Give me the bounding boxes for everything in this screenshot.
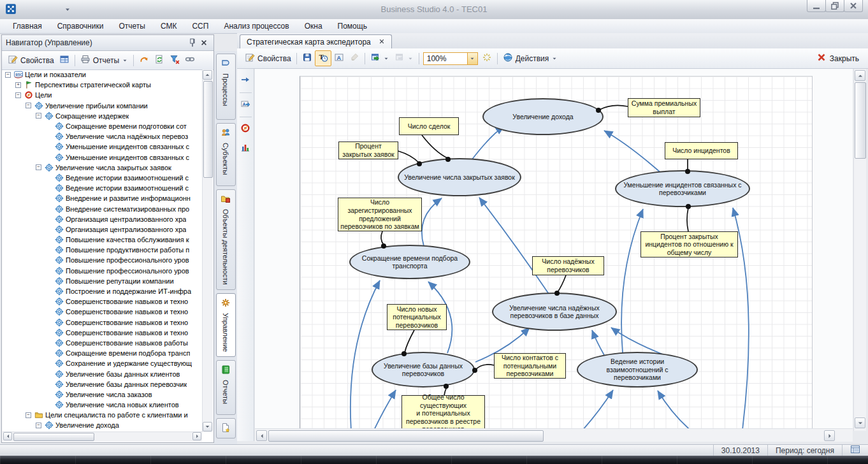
tree-expander[interactable]: − (36, 113, 41, 119)
tree-item[interactable]: +Перспективы стратегической карты (3, 80, 202, 90)
tree-item[interactable]: −BSCЦели и показатели (3, 69, 202, 80)
new-diagram-tab[interactable] (216, 418, 236, 439)
menu-item-1[interactable]: Главная (5, 20, 50, 33)
windows-taskbar[interactable] (0, 456, 868, 464)
goal-node[interactable]: Сокращение времени подбора транспорта (349, 245, 470, 279)
minimize-button[interactable] (807, 0, 826, 12)
export-button[interactable] (368, 51, 392, 66)
save-button[interactable] (300, 51, 315, 66)
sidebar-tab-subjects[interactable]: Субъекты (216, 123, 236, 186)
tab-close-icon[interactable] (379, 38, 385, 47)
indicator-node[interactable]: Число инцидентов (665, 142, 738, 159)
scroll-right-button[interactable] (824, 430, 835, 441)
tree-item[interactable]: Повышение профессионального уров (3, 266, 202, 276)
indicator-node[interactable]: Число новых потенциальных перевозчиков (387, 304, 447, 330)
tree-item[interactable]: Организация централизованного хра (3, 214, 202, 224)
menu-item-3[interactable]: Отчеты (111, 20, 152, 33)
tree-item[interactable]: Ведение истории взаимоотношений с (3, 183, 202, 193)
go-to-button[interactable] (136, 53, 152, 68)
tree-item[interactable]: Сокращение времени подготовки сот (3, 121, 202, 131)
window-view-button[interactable] (57, 53, 72, 68)
image-tool-button[interactable]: A (238, 98, 253, 112)
tree-item[interactable]: Совершенствование навыков и техно (3, 328, 202, 338)
tree-item[interactable]: Увеличение базы данных клиентов (3, 368, 202, 379)
tree-item[interactable]: Увеличение числа заказов (3, 389, 202, 400)
reports-button[interactable]: Отчеты (78, 53, 131, 68)
tab-strategic-map[interactable]: Стратегическая карта экспедитора (240, 34, 392, 48)
tree-expander[interactable]: − (25, 412, 31, 418)
arrow-tool-button[interactable] (238, 73, 253, 88)
text-block-button[interactable]: A (331, 51, 347, 66)
scroll-thumb[interactable] (268, 430, 544, 442)
scroll-up-button[interactable] (203, 70, 212, 80)
scroll-thumb[interactable] (13, 433, 94, 441)
tree-item[interactable]: Совершенствование навыков и техно (3, 317, 202, 328)
scroll-down-button[interactable] (855, 417, 865, 428)
tree-item[interactable]: −Увеличение дохода (3, 420, 202, 430)
menu-item-8[interactable]: Помощь (330, 20, 375, 33)
goal-node[interactable]: Увеличение числа надёжных перевозчиков в… (492, 293, 617, 331)
menu-item-6[interactable]: Анализ процессов (216, 20, 296, 33)
tree-item[interactable]: Увеличение числа новых клиентов (3, 400, 202, 410)
indicator-node[interactable]: Число сделок (399, 117, 459, 135)
tree-expander[interactable]: − (25, 103, 31, 108)
link-button[interactable] (182, 53, 198, 68)
clear-filter-button[interactable] (167, 53, 182, 68)
tree-item[interactable]: Уменьшение инцидентов связанных с (3, 141, 202, 152)
tree-item[interactable]: −Сокращение издержек (3, 111, 202, 121)
actions-button[interactable]: Действия (500, 51, 561, 66)
scroll-down-button[interactable] (203, 422, 212, 431)
tree-vertical-scrollbar[interactable] (202, 69, 213, 432)
tree-item[interactable]: Внедрение систематизированных про (3, 203, 202, 214)
tree-expander[interactable]: − (5, 72, 11, 78)
tree-item[interactable]: Построение и поддержание ИТ-инфра (3, 286, 202, 296)
tree-expander[interactable]: − (15, 92, 21, 98)
diagram-canvas[interactable]: Увеличение доходаУвеличение числа закрыт… (255, 69, 853, 428)
tree-item[interactable]: Повышение репутации компании (3, 276, 202, 286)
scroll-left-button[interactable] (256, 430, 267, 441)
zoom-level-combo[interactable]: 100% (423, 52, 478, 65)
sidebar-tab-process[interactable]: Процессы (216, 54, 236, 120)
pin-icon[interactable] (187, 37, 198, 48)
tree-item[interactable]: Увеличение числа надёжных перевоз (3, 131, 202, 141)
tree-item[interactable]: −Цели (3, 90, 202, 100)
export-alt-button[interactable] (392, 51, 416, 66)
fit-refresh-button[interactable] (479, 51, 495, 66)
tree-item[interactable]: Увеличение базы данных перевозчик (3, 379, 202, 389)
restore-button[interactable] (825, 0, 844, 12)
properties-button[interactable]: Свойства (242, 51, 294, 66)
scroll-thumb[interactable] (203, 81, 213, 178)
time-mode-toggle[interactable]: T (315, 50, 331, 66)
tree-item[interactable]: −Увеличение числа закрытых заявок (3, 163, 202, 173)
menu-item-2[interactable]: Справочники (50, 20, 112, 33)
sidebar-tab-objects[interactable]: Объекты деятельности (216, 189, 236, 290)
scroll-left-button[interactable] (3, 432, 12, 440)
indicator-node[interactable]: Число зарегистрированных предложений пер… (338, 198, 422, 231)
tree-item[interactable]: Сохранение и удержание существующ (3, 358, 202, 368)
scroll-up-button[interactable] (855, 70, 865, 81)
indicator-node[interactable]: Число надёжных перевозчиков (532, 256, 604, 275)
indicator-node[interactable]: Сумма премиальных выплат (628, 98, 700, 117)
status-detail-cell[interactable] (842, 445, 868, 456)
status-period[interactable]: Период: сегодня (767, 445, 842, 456)
target-red-button[interactable] (238, 122, 253, 136)
tree-item[interactable]: −Цели специалиста по работе с клиентами … (3, 410, 202, 420)
refresh-button[interactable] (152, 53, 167, 68)
menu-item-5[interactable]: ССП (184, 20, 216, 33)
chevron-down-icon[interactable] (467, 53, 477, 64)
indicator-node[interactable]: Процент закрытых заявок (338, 141, 398, 159)
close-window-button[interactable] (844, 0, 863, 12)
sidebar-tab-management[interactable]: Управление (216, 293, 236, 357)
indicator-node[interactable]: Процент закрытых инцидентов по отношению… (640, 231, 738, 257)
menu-item-7[interactable]: Окна (297, 20, 330, 33)
tree-item[interactable]: Уменьшение инцидентов связанных с (3, 152, 202, 163)
tree-item[interactable]: −Увеличение прибыли компании (3, 101, 202, 111)
tree-item[interactable]: Совершенствование навыков и техно (3, 296, 202, 307)
tree-expander[interactable]: + (15, 82, 21, 88)
menu-item-4[interactable]: СМК (153, 20, 185, 33)
tree-item[interactable]: Ведение истории взаимоотношений с (3, 173, 202, 183)
format-brush-button[interactable] (347, 51, 362, 66)
scroll-thumb[interactable] (855, 82, 866, 159)
tree-item[interactable]: Повышение профессионального уров (3, 255, 202, 265)
scroll-right-button[interactable] (192, 432, 201, 440)
